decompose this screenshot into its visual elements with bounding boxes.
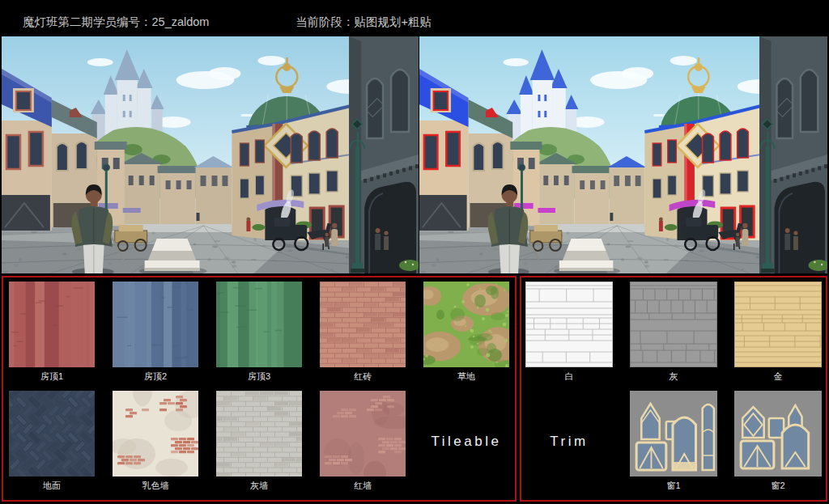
trim-gray-label: 灰 — [670, 371, 678, 382]
trim-white-texture — [525, 282, 613, 367]
ground-texture — [9, 391, 95, 476]
red-wall-texture — [320, 391, 406, 476]
texture-planning-board: 魔灯班第二期学员编号：25_zaldom 当前阶段：贴图规划+粗贴 房顶1 房顶… — [0, 0, 829, 504]
trim-row-2: Trim 窗1 窗2 — [521, 387, 826, 493]
trim-gray-texture — [630, 282, 717, 367]
cream-wall-label: 乳色墙 — [142, 480, 169, 491]
trim-panel: 白 灰 金 Trim 窗1 — [520, 276, 827, 502]
ground-label: 地面 — [43, 480, 61, 491]
tileable-row-1: 房顶1 房顶2 房顶3 红砖 草地 — [3, 277, 515, 382]
header-bar: 魔灯班第二期学员编号：25_zaldom 当前阶段：贴图规划+粗贴 — [0, 0, 829, 34]
roof1-label: 房顶1 — [40, 371, 63, 382]
texture-swatch-grass: 草地 — [423, 282, 509, 382]
paintings-row — [2, 36, 827, 273]
grass-texture — [423, 282, 509, 367]
trim-white-label: 白 — [565, 371, 574, 382]
texture-swatch-gray-wall: 灰墙 — [216, 391, 302, 493]
texture-swatch-cream-wall: 乳色墙 — [113, 391, 198, 493]
trim-gold-label: 金 — [774, 371, 783, 382]
roof1-texture — [9, 282, 95, 367]
window2-texture — [734, 391, 822, 476]
gray-wall-texture — [216, 391, 302, 476]
swatch-panels: 房顶1 房顶2 房顶3 红砖 草地 — [2, 276, 827, 502]
trim-title: Trim — [550, 434, 588, 450]
texture-swatch-window1: 窗1 — [630, 391, 717, 493]
gray-wall-label: 灰墙 — [250, 480, 268, 491]
roof3-label: 房顶3 — [248, 371, 270, 382]
trim-row-1: 白 灰 金 — [521, 277, 826, 382]
texture-swatch-trim-white: 白 — [525, 282, 613, 382]
grass-label: 草地 — [457, 371, 475, 382]
window1-texture — [630, 391, 717, 476]
trim-gold-texture — [734, 282, 822, 367]
tileable-panel: 房顶1 房顶2 房顶3 红砖 草地 — [2, 276, 517, 502]
texture-swatch-red-brick: 红砖 — [320, 282, 406, 382]
red-brick-texture — [320, 282, 406, 367]
texture-swatch-window2: 窗2 — [734, 391, 822, 493]
roof2-texture — [113, 282, 198, 367]
concept-painting-textured — [419, 36, 827, 273]
student-id-label: 魔灯班第二期学员编号：25_zaldom — [23, 15, 209, 30]
tileable-title-cell: Tileable — [423, 391, 509, 493]
cream-wall-texture — [113, 391, 198, 476]
texture-swatch-trim-gold: 金 — [734, 282, 822, 382]
red-brick-label: 红砖 — [354, 371, 372, 382]
concept-painting-original — [2, 36, 419, 273]
trim-title-cell: Trim — [525, 391, 613, 493]
window2-label: 窗2 — [771, 480, 784, 491]
texture-swatch-roof3: 房顶3 — [216, 282, 302, 382]
tileable-row-2: 地面 乳色墙 灰墙 红墙 Tileable — [3, 387, 515, 493]
texture-swatch-ground: 地面 — [9, 391, 95, 493]
window1-label: 窗1 — [666, 480, 680, 491]
stage-label: 当前阶段：贴图规划+粗贴 — [295, 15, 432, 30]
texture-swatch-trim-gray: 灰 — [630, 282, 717, 382]
roof2-label: 房顶2 — [144, 371, 167, 382]
roof3-texture — [216, 282, 302, 367]
texture-swatch-roof1: 房顶1 — [9, 282, 95, 382]
red-wall-label: 红墙 — [354, 480, 372, 491]
texture-swatch-roof2: 房顶2 — [113, 282, 198, 382]
tileable-title: Tileable — [432, 434, 502, 450]
texture-swatch-red-wall: 红墙 — [320, 391, 406, 493]
